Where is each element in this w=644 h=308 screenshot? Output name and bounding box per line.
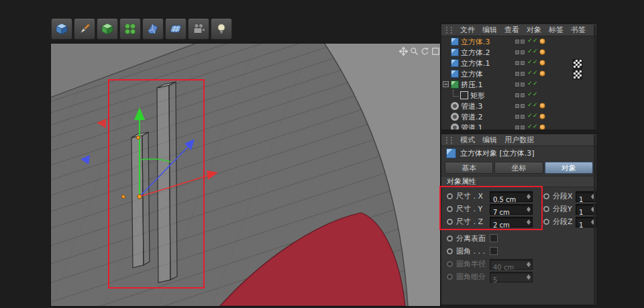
- maximize-icon[interactable]: [431, 46, 440, 56]
- enabled-check-icon[interactable]: ✓: [527, 58, 533, 65]
- object-name[interactable]: 管道.2: [461, 112, 483, 122]
- enabled-check-icon[interactable]: ✓: [533, 48, 538, 54]
- enabled-check-icon[interactable]: ✓: [527, 91, 533, 97]
- paint-brush-button[interactable]: [74, 18, 95, 40]
- keyframe-dot[interactable]: [447, 206, 453, 212]
- panel-grip-icon[interactable]: [446, 137, 452, 144]
- viewport[interactable]: [50, 43, 441, 307]
- material-tag-icon[interactable]: [539, 113, 545, 119]
- render-visibility-dot[interactable]: [521, 104, 525, 108]
- keyframe-dot[interactable]: [543, 193, 549, 199]
- enabled-check-icon[interactable]: ✓: [533, 80, 538, 87]
- attribute-manager-scrollbar[interactable]: [594, 135, 596, 304]
- size-x-field[interactable]: [490, 191, 533, 202]
- model-cube-button[interactable]: [97, 18, 118, 40]
- cube-primitive-button[interactable]: [51, 18, 72, 40]
- editor-visibility-dot[interactable]: [515, 50, 519, 54]
- enabled-check-icon[interactable]: ✓: [533, 37, 538, 44]
- menu-file[interactable]: 文件: [460, 25, 475, 35]
- keyframe-dot[interactable]: [543, 206, 549, 212]
- object-name[interactable]: 矩形: [470, 91, 485, 101]
- object-row-cube[interactable]: 立方体 ✓ ✓: [441, 68, 596, 79]
- object-name[interactable]: 管道.3: [461, 101, 483, 111]
- object-name[interactable]: 立方体.1: [461, 58, 490, 68]
- material-tag-icon[interactable]: [539, 70, 545, 76]
- render-visibility-dot[interactable]: [521, 50, 525, 54]
- menu-edit[interactable]: 编辑: [482, 135, 497, 145]
- menu-edit[interactable]: 编辑: [482, 25, 497, 35]
- editor-visibility-dot[interactable]: [515, 115, 519, 119]
- material-tag-icon[interactable]: [539, 49, 545, 55]
- object-row-extrude1[interactable]: − 挤压.1 ✓ ✓: [441, 79, 596, 90]
- array-grid-button[interactable]: [165, 18, 186, 40]
- material-tag-icon[interactable]: [539, 60, 545, 66]
- enabled-check-icon[interactable]: ✓: [527, 123, 533, 130]
- panel-grip-icon[interactable]: [446, 27, 452, 34]
- menu-bookmarks[interactable]: 书签: [571, 25, 586, 35]
- render-visibility-dot[interactable]: [521, 125, 525, 130]
- menu-user-data[interactable]: 用户数据: [504, 135, 534, 145]
- object-row-tube1[interactable]: 管道.1 ✓ ✓: [441, 122, 596, 130]
- keyframe-dot[interactable]: [447, 236, 453, 242]
- render-visibility-dot[interactable]: [521, 115, 525, 119]
- tab-basic[interactable]: 基本: [445, 162, 493, 174]
- editor-visibility-dot[interactable]: [515, 104, 519, 108]
- texture-tag-icon[interactable]: [573, 70, 582, 79]
- render-visibility-dot[interactable]: [521, 72, 525, 76]
- render-visibility-dot[interactable]: [521, 40, 525, 44]
- render-visibility-dot[interactable]: [521, 61, 525, 65]
- enabled-check-icon[interactable]: ✓: [533, 123, 538, 130]
- enabled-check-icon[interactable]: ✓: [527, 80, 533, 87]
- rotate-icon[interactable]: [420, 46, 429, 56]
- object-name[interactable]: 挤压.1: [461, 80, 483, 90]
- separate-surfaces-checkbox[interactable]: [490, 234, 498, 242]
- tab-coordinates[interactable]: 坐标: [494, 162, 543, 174]
- texture-tag-icon[interactable]: [573, 59, 582, 68]
- render-visibility-dot[interactable]: [521, 93, 525, 97]
- object-row-cube2[interactable]: 立方体.2 ✓ ✓: [441, 47, 596, 58]
- enabled-check-icon[interactable]: ✓: [527, 112, 533, 119]
- enabled-check-icon[interactable]: ✓: [527, 101, 533, 108]
- keyframe-dot[interactable]: [447, 248, 453, 254]
- keyframe-dot[interactable]: [447, 193, 453, 199]
- material-tag-icon[interactable]: [539, 38, 545, 44]
- cloner-spheres-button[interactable]: [119, 18, 141, 40]
- enabled-check-icon[interactable]: ✓: [527, 69, 533, 76]
- object-name[interactable]: 立方体.3: [461, 37, 490, 47]
- spinner[interactable]: [526, 193, 531, 201]
- render-visibility-dot[interactable]: [521, 83, 525, 87]
- spinner[interactable]: [526, 205, 531, 213]
- menu-object[interactable]: 对象: [527, 25, 541, 35]
- material-tag-icon[interactable]: [539, 124, 545, 130]
- object-row-tube3[interactable]: 管道.3 ✓ ✓: [441, 101, 596, 111]
- pan-icon[interactable]: [398, 46, 408, 56]
- object-name[interactable]: 立方体: [461, 69, 483, 79]
- size-z-field[interactable]: [490, 217, 533, 227]
- object-name[interactable]: 立方体.2: [461, 48, 490, 58]
- enabled-check-icon[interactable]: ✓: [527, 48, 533, 54]
- enabled-check-icon[interactable]: ✓: [533, 112, 538, 119]
- material-tag-icon[interactable]: [539, 103, 545, 109]
- object-manager-scrollbar[interactable]: [594, 25, 596, 129]
- editor-visibility-dot[interactable]: [515, 125, 519, 130]
- keyframe-dot[interactable]: [543, 219, 549, 225]
- menu-tags[interactable]: 标签: [549, 25, 564, 35]
- editor-visibility-dot[interactable]: [515, 83, 519, 87]
- collapse-expander-icon[interactable]: −: [443, 81, 449, 87]
- enabled-check-icon[interactable]: ✓: [533, 58, 538, 65]
- size-y-field[interactable]: [490, 204, 533, 215]
- enabled-check-icon[interactable]: ✓: [533, 91, 538, 97]
- editor-visibility-dot[interactable]: [515, 72, 519, 76]
- object-row-rectangle[interactable]: 矩形 ✓ ✓: [441, 90, 596, 101]
- spinner[interactable]: [526, 218, 531, 226]
- enabled-check-icon[interactable]: ✓: [527, 37, 533, 44]
- object-row-cube1[interactable]: 立方体.1 ✓ ✓: [441, 58, 596, 68]
- keyframe-dot[interactable]: [447, 219, 453, 225]
- menu-view[interactable]: 查看: [504, 25, 519, 35]
- editor-visibility-dot[interactable]: [515, 93, 519, 97]
- zoom-icon[interactable]: [409, 46, 419, 56]
- editor-visibility-dot[interactable]: [515, 61, 519, 65]
- enabled-check-icon[interactable]: ✓: [533, 101, 538, 108]
- tab-object[interactable]: 对象: [545, 162, 593, 174]
- light-button[interactable]: [211, 18, 232, 40]
